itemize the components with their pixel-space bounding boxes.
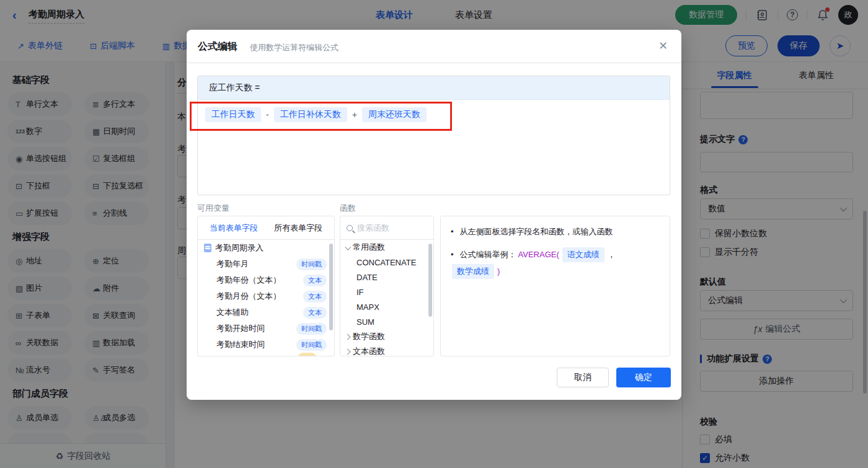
- variables-tabs: 当前表单字段 所有表单字段: [198, 216, 334, 240]
- cancel-button[interactable]: 取消: [557, 368, 609, 387]
- tip-function-close: ): [497, 265, 500, 278]
- variable-row[interactable]: 考勤开始时间时间戳: [198, 320, 334, 337]
- function-item[interactable]: CONCATENATE: [340, 255, 433, 270]
- function-item[interactable]: MAPX: [340, 299, 433, 314]
- close-icon[interactable]: ✕: [658, 40, 668, 52]
- variable-name: 考勤开始时间: [216, 323, 296, 334]
- formula-target: 应工作天数 =: [198, 76, 670, 100]
- functions-panel: 搜索函数 常用函数CONCATENATEDATEIFMAPXSUM数学函数文本函…: [340, 216, 434, 356]
- function-item[interactable]: IF: [340, 285, 433, 299]
- variable-type-tag: 时间戳: [296, 323, 327, 335]
- function-group-name: 文本函数: [353, 346, 385, 356]
- chevron-right-icon: [345, 333, 351, 340]
- tip-field-chip[interactable]: 语文成绩: [562, 247, 604, 262]
- variables-root-name: 考勤周期录入: [215, 242, 327, 254]
- function-group-name: 常用函数: [353, 242, 385, 253]
- function-group-collapsed[interactable]: 文本函数: [340, 344, 433, 356]
- variable-row[interactable]: 考勤年月时间戳: [198, 256, 334, 272]
- tab-current-form-fields[interactable]: 当前表单字段: [210, 223, 258, 234]
- formula-tips-panel: 从左侧面板选择字段名和函数，或输入函数公式编辑举例：AVERAGE(语文成绩，数…: [440, 216, 670, 356]
- variable-type-tag: 时间戳: [296, 339, 327, 351]
- variable-row[interactable]: 考勤结束时间时间戳: [198, 337, 334, 353]
- variables-list: 考勤周期录入考勤年月时间戳考勤年份（文本）文本考勤月份（文本）文本文本辅助文本考…: [198, 240, 334, 356]
- formula-field-chip[interactable]: 周末还班天数: [362, 107, 427, 122]
- variables-label: 可用变量: [197, 203, 229, 214]
- variable-name: 考勤年月: [216, 258, 296, 270]
- modal-header: 公式编辑 使用数学运算符编辑公式 ✕: [187, 30, 681, 63]
- function-item[interactable]: DATE: [340, 270, 433, 285]
- variables-panel: 当前表单字段 所有表单字段 考勤周期录入考勤年月时间戳考勤年份（文本）文本考勤月…: [197, 216, 335, 356]
- formula-field-chip[interactable]: 工作日补休天数: [274, 107, 347, 122]
- function-item[interactable]: SUM: [340, 314, 433, 329]
- tab-all-form-fields[interactable]: 所有表单字段: [274, 223, 322, 234]
- variable-name: 考勤结束时间: [216, 339, 296, 350]
- form-icon: [204, 244, 211, 252]
- formula-editor-box[interactable]: 应工作天数 = 工作日天数-工作日补休天数+周末还班天数: [197, 76, 670, 195]
- function-group-name: 数学函数: [353, 331, 385, 342]
- variable-type-tag: 文本: [303, 291, 327, 302]
- variable-row[interactable]: 考勤月份（文本）文本: [198, 288, 334, 304]
- functions-label: 函数: [340, 203, 356, 214]
- modal-footer: 取消 确定: [557, 368, 671, 387]
- modal-subtitle: 使用数学运算符编辑公式: [250, 42, 339, 53]
- variable-type-tag-partial: [298, 353, 317, 356]
- scrollbar-thumb[interactable]: [428, 244, 432, 317]
- ok-button[interactable]: 确定: [616, 368, 671, 387]
- formula-editor-modal: 公式编辑 使用数学运算符编辑公式 ✕ 应工作天数 = 工作日天数-工作日补休天数…: [187, 30, 681, 400]
- search-placeholder: 搜索函数: [357, 223, 389, 234]
- function-group-collapsed[interactable]: 数学函数: [340, 329, 433, 344]
- variable-row[interactable]: 考勤年份（文本）文本: [198, 272, 334, 288]
- functions-list: 常用函数CONCATENATEDATEIFMAPXSUM数学函数文本函数: [340, 240, 433, 356]
- variable-name: 考勤年份（文本）: [216, 275, 303, 286]
- tip-field-chip[interactable]: 数学成绩: [452, 264, 494, 279]
- search-icon: [347, 225, 353, 231]
- function-search-input[interactable]: 搜索函数: [340, 216, 433, 240]
- chevron-right-icon: [345, 348, 351, 355]
- tip-comma: ，: [608, 248, 616, 262]
- tip-text: 从左侧面板选择字段名和函数，或输入函数: [460, 225, 613, 239]
- scrollbar-thumb[interactable]: [329, 244, 333, 330]
- formula-operator: +: [352, 110, 357, 120]
- tip-function-open: AVERAGE(: [518, 248, 559, 262]
- variable-name: 考勤月份（文本）: [216, 291, 303, 302]
- modal-title: 公式编辑: [198, 40, 237, 53]
- tip-text: 公式编辑举例：: [460, 248, 516, 262]
- tip-line-1: 从左侧面板选择字段名和函数，或输入函数: [451, 225, 660, 239]
- formula-expression: 工作日天数-工作日补休天数+周末还班天数: [198, 100, 670, 122]
- variable-type-tag: 文本: [303, 307, 327, 319]
- tip-line-2: 公式编辑举例：AVERAGE(语文成绩，数学成绩): [451, 247, 660, 279]
- variables-root-row[interactable]: 考勤周期录入: [198, 240, 334, 256]
- function-group-expanded[interactable]: 常用函数: [340, 240, 433, 255]
- app-root: ‹ 考勤周期录入 表单设计 表单设置 数据管理 ? 政 ↗表单外链⊡后端脚本▥数…: [0, 0, 868, 468]
- variable-name: 文本辅助: [216, 307, 303, 318]
- formula-operator: -: [266, 110, 269, 120]
- chevron-down-icon: [345, 244, 351, 250]
- variable-type-tag: 文本: [303, 275, 327, 286]
- variable-row[interactable]: 文本辅助文本: [198, 304, 334, 320]
- formula-field-chip[interactable]: 工作日天数: [205, 107, 261, 122]
- variable-type-tag: 时间戳: [296, 258, 327, 270]
